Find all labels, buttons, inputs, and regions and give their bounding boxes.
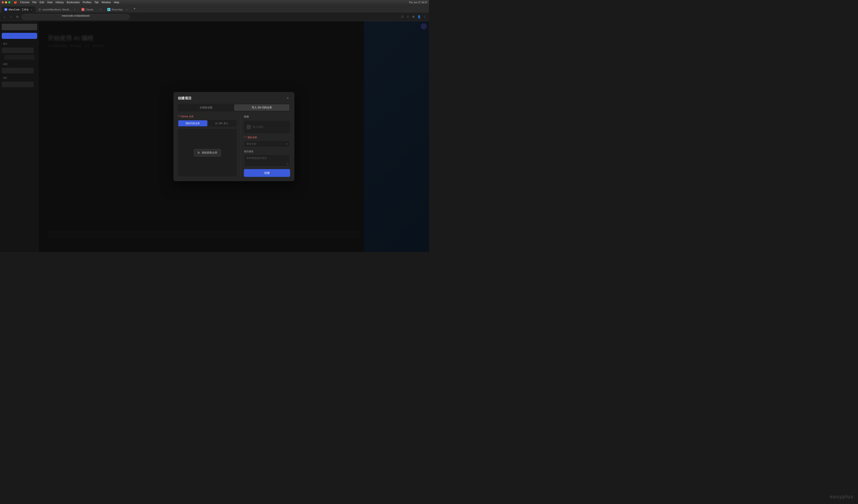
sidebar-section-proj: 项目: [2, 76, 37, 80]
menu-tab[interactable]: Tab: [94, 1, 98, 4]
menu-bookmarks[interactable]: Bookmarks: [67, 1, 80, 4]
modal-close-button[interactable]: ×: [285, 96, 290, 101]
tab-title-marscode: MarsCode · 工作台: [9, 8, 29, 11]
titlebar-right: Thu Jun 27 18:47: [409, 0, 427, 5]
repo-subtab-mine[interactable]: 我的代码仓库: [178, 120, 207, 126]
required-star: *: [178, 115, 179, 118]
cast-icon[interactable]: ⬡: [400, 15, 404, 19]
tabs-bar: M MarsCode · 工作台 × G ssochi/MacAlvers: M…: [0, 5, 429, 13]
profile-icon[interactable]: 👤: [417, 15, 421, 19]
tab-claude[interactable]: C Claude ×: [79, 6, 105, 13]
authorize-label: 授权获取仓库: [202, 151, 217, 155]
reload-button[interactable]: ↻: [15, 15, 20, 19]
sidebar-item-active[interactable]: [2, 33, 37, 39]
sidebar-item-1[interactable]: [2, 48, 34, 53]
tab-close-github[interactable]: ×: [73, 8, 76, 11]
template-label: 模板: [244, 115, 290, 118]
modal-left-panel: ** GitHub 仓库 我的代码仓库 从 URL 导入 ↻ 授权获取仓库: [178, 115, 240, 177]
template-input-placeholder: 导入仓库...: [253, 125, 287, 129]
menu-file[interactable]: File: [32, 1, 36, 4]
sidebar-section-fav: 收藏: [2, 62, 37, 66]
forward-button[interactable]: ›: [9, 15, 13, 19]
repo-list-area: ↻ 授权获取仓库: [178, 129, 237, 176]
project-desc-label: 项目描述: [244, 150, 290, 153]
sidebar-item-3[interactable]: [2, 82, 34, 87]
project-name-placeholder: 项目名称: [246, 142, 257, 146]
menu-history[interactable]: History: [56, 1, 64, 4]
tab-title-github: ssochi/MacAlvers: MacAlv...: [43, 8, 72, 11]
sidebar: 最近 收藏 项目: [0, 21, 39, 252]
project-name-required: *: [244, 136, 245, 139]
menu-profiles[interactable]: Profiles: [83, 1, 91, 4]
create-project-modal: 创建项目 × 从模板创建 导入 Git 代码仓库 ** GitHub 仓库: [173, 92, 295, 181]
github-label: ** GitHub 仓库: [178, 115, 237, 118]
tab-favicon-github: G: [38, 8, 41, 11]
tab-github[interactable]: G ssochi/MacAlvers: MacAlv... ×: [36, 6, 79, 13]
menu-bar: 🍎 Chrome File Edit View History Bookmark…: [14, 1, 119, 4]
repo-subtabs: 我的代码仓库 从 URL 导入: [178, 120, 237, 127]
window-controls[interactable]: [2, 1, 10, 3]
tab-close-react[interactable]: ×: [125, 8, 128, 11]
modal-overlay: 创建项目 × 从模板创建 导入 Git 代码仓库 ** GitHub 仓库: [39, 21, 429, 252]
repo-subtab-url[interactable]: 从 URL 导入: [207, 120, 237, 126]
tab-favicon-claude: C: [81, 8, 84, 11]
sidebar-logo: [2, 24, 37, 30]
menu-help[interactable]: Help: [114, 1, 119, 4]
sidebar-sub-1[interactable]: [4, 55, 34, 60]
close-window-button[interactable]: [2, 1, 4, 3]
modal-header: 创建项目 ×: [173, 92, 295, 104]
tab-favicon-react: R: [107, 8, 110, 11]
titlebar: 🍎 Chrome File Edit View History Bookmark…: [0, 0, 429, 5]
extension-icon[interactable]: ⚙: [411, 15, 416, 19]
modal-right-panel: 模板 导入仓库... * * 项目名称 项目名称 0 项目描述: [240, 115, 290, 177]
menu-view[interactable]: View: [47, 1, 53, 4]
tab-favicon-marscode: M: [4, 8, 7, 11]
project-name-count: 0: [286, 143, 288, 145]
project-desc-placeholder: 请简要描述此项目: [246, 156, 267, 160]
template-preview: 导入仓库...: [244, 121, 290, 133]
menu-edit[interactable]: Edit: [39, 1, 44, 4]
modal-title: 创建项目: [178, 96, 192, 101]
main-content: 开始使用 AI 编程 在云端随时随地，即刻创建、运行、调试代码 创建项目 × 从…: [39, 21, 429, 252]
create-project-button[interactable]: 创建: [244, 169, 290, 177]
system-time: Thu Jun 27 18:47: [409, 1, 427, 4]
bookmark-icon[interactable]: ☆: [406, 15, 410, 19]
app-area: 最近 收藏 项目 开始使用 AI 编程 在云端随时随地，即刻创建、运行、调试代码…: [0, 21, 429, 252]
template-dot: [247, 125, 251, 129]
project-desc-textarea[interactable]: 请简要描述此项目 0: [244, 155, 290, 166]
new-tab-button[interactable]: +: [131, 5, 138, 12]
sidebar-section-recent: 最近: [2, 42, 37, 46]
tab-marscode[interactable]: M MarsCode · 工作台 ×: [2, 6, 36, 13]
project-name-label: * * 项目名称: [244, 136, 290, 139]
modal-tab-import[interactable]: 导入 Git 代码仓库: [234, 104, 289, 111]
project-desc-count: 0: [287, 162, 288, 165]
browser-toolbar-icons: ⬡ ☆ ⚙ 👤 ⋮: [400, 15, 427, 19]
authorize-icon: ↻: [197, 151, 200, 155]
minimize-window-button[interactable]: [5, 1, 7, 3]
tab-react[interactable]: R React App ×: [105, 6, 131, 13]
menu-apple[interactable]: 🍎: [14, 1, 17, 4]
menu-window[interactable]: Window: [101, 1, 111, 4]
authorize-button[interactable]: ↻ 授权获取仓库: [194, 149, 221, 157]
tab-title-react: React App: [112, 8, 124, 11]
tab-title-claude: Claude: [86, 8, 98, 11]
modal-body: ** GitHub 仓库 我的代码仓库 从 URL 导入 ↻ 授权获取仓库: [173, 115, 295, 181]
modal-tabs: 从模板创建 导入 Git 代码仓库: [178, 104, 290, 111]
tab-close-claude[interactable]: ×: [99, 8, 102, 11]
tab-close-marscode[interactable]: ×: [30, 8, 33, 11]
sidebar-item-2[interactable]: [2, 68, 34, 74]
more-icon[interactable]: ⋮: [423, 15, 427, 19]
modal-tab-template[interactable]: 从模板创建: [178, 104, 234, 111]
maximize-window-button[interactable]: [8, 1, 10, 3]
address-bar: ‹ › ↻ marscode.cn/dashboard ⬡ ☆ ⚙ 👤 ⋮: [0, 13, 429, 21]
menu-chrome[interactable]: Chrome: [20, 1, 29, 4]
back-button[interactable]: ‹: [2, 15, 7, 19]
project-name-input[interactable]: 项目名称 0: [244, 140, 290, 147]
url-input[interactable]: marscode.cn/dashboard: [21, 14, 130, 20]
